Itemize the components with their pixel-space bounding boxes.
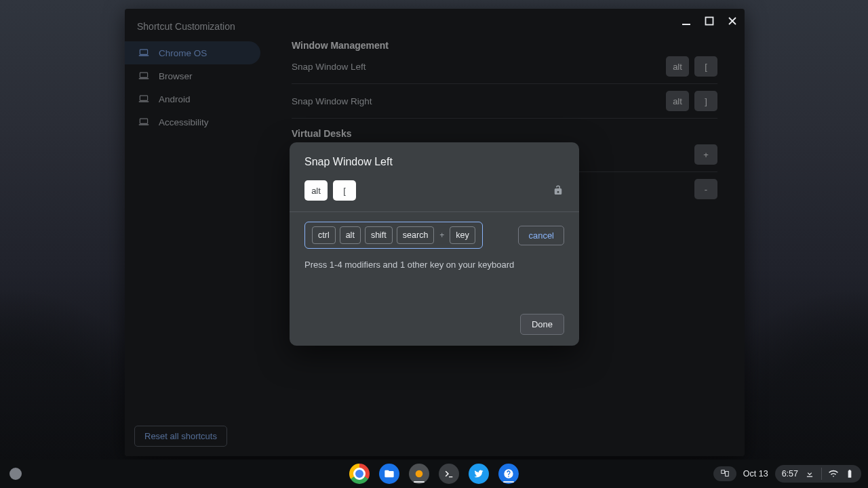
key-cap: search bbox=[397, 226, 435, 244]
sidebar-item-label: Accessibility bbox=[159, 117, 209, 127]
window-minimize-button[interactable] bbox=[678, 13, 694, 29]
tray-date: Oct 13 bbox=[743, 469, 768, 479]
done-button[interactable]: Done bbox=[520, 314, 564, 335]
laptop-icon bbox=[138, 72, 149, 80]
window-maximize-button[interactable] bbox=[701, 13, 717, 29]
tray-status-area[interactable]: 6:57 bbox=[775, 465, 861, 483]
shortcut-row[interactable]: Snap Window Left alt [ bbox=[292, 51, 717, 82]
shelf-pinned-apps bbox=[349, 464, 519, 484]
key-cap: alt bbox=[666, 91, 689, 111]
section-title-window-management: Window Management bbox=[292, 40, 717, 51]
key-cap: ctrl bbox=[312, 226, 336, 244]
sidebar: Chrome OS Browser Android Accessibility bbox=[125, 41, 264, 134]
svg-rect-2 bbox=[140, 49, 147, 54]
key-cap: [ bbox=[694, 56, 717, 77]
dialog-divider bbox=[290, 211, 579, 212]
divider bbox=[292, 83, 717, 84]
key-cap: alt bbox=[304, 180, 328, 201]
app-icon[interactable] bbox=[409, 464, 429, 484]
tray-time: 6:57 bbox=[782, 469, 798, 479]
divider bbox=[292, 118, 717, 119]
shortcut-keys: alt ] bbox=[666, 91, 717, 111]
svg-rect-3 bbox=[139, 55, 149, 56]
laptop-icon bbox=[138, 118, 149, 126]
reset-all-shortcuts-button[interactable]: Reset all shortcuts bbox=[134, 426, 227, 447]
shortcut-row[interactable]: Snap Window Right alt ] bbox=[292, 85, 717, 117]
svg-rect-12 bbox=[725, 472, 728, 476]
separator bbox=[821, 468, 822, 480]
sidebar-item-android[interactable]: Android bbox=[125, 87, 264, 110]
shortcut-label: Snap Window Left bbox=[292, 62, 366, 72]
key-cap: - bbox=[694, 179, 717, 199]
sidebar-item-chrome-os[interactable]: Chrome OS bbox=[125, 41, 260, 64]
terminal-icon[interactable] bbox=[439, 464, 459, 484]
chrome-icon[interactable] bbox=[349, 464, 370, 484]
svg-rect-0 bbox=[682, 24, 690, 25]
cancel-button[interactable]: cancel bbox=[518, 226, 564, 245]
key-cap: alt bbox=[340, 226, 361, 244]
key-cap: + bbox=[694, 144, 717, 165]
sidebar-item-browser[interactable]: Browser bbox=[125, 64, 264, 87]
svg-rect-6 bbox=[140, 96, 147, 100]
help-icon[interactable] bbox=[498, 464, 519, 484]
key-cap: [ bbox=[333, 180, 356, 201]
laptop-icon bbox=[138, 95, 149, 103]
key-cap: alt bbox=[666, 56, 689, 77]
shortcut-capture-input[interactable]: ctrl alt shift search + key bbox=[304, 222, 483, 249]
shortcut-keys: alt [ bbox=[666, 56, 717, 77]
laptop-icon bbox=[138, 49, 149, 57]
app-title: Shortcut Customization bbox=[137, 21, 235, 32]
svg-rect-8 bbox=[140, 119, 147, 123]
wifi-icon bbox=[829, 469, 838, 479]
window-close-button[interactable] bbox=[724, 13, 741, 29]
svg-rect-9 bbox=[139, 124, 149, 125]
svg-rect-11 bbox=[722, 470, 725, 474]
tray-overview-button[interactable] bbox=[713, 466, 736, 481]
svg-rect-4 bbox=[140, 73, 147, 77]
sidebar-item-label: Chrome OS bbox=[159, 48, 207, 58]
shortcut-keys: - bbox=[694, 179, 717, 199]
download-icon bbox=[805, 469, 814, 479]
system-tray[interactable]: Oct 13 6:57 bbox=[713, 465, 861, 483]
dialog-title: Snap Window Left bbox=[304, 156, 564, 168]
plus-separator: + bbox=[438, 230, 446, 240]
shortcut-label: Snap Window Right bbox=[292, 96, 372, 106]
capture-hint: Press 1-4 modifiers and 1 other key on y… bbox=[304, 260, 564, 270]
overview-icon bbox=[720, 469, 730, 479]
shelf: Oct 13 6:57 bbox=[0, 460, 868, 488]
lock-open-icon bbox=[552, 184, 564, 197]
sidebar-item-label: Android bbox=[159, 94, 191, 104]
sidebar-item-label: Browser bbox=[159, 71, 193, 81]
twitter-icon[interactable] bbox=[469, 464, 489, 484]
battery-icon bbox=[845, 469, 854, 479]
files-icon[interactable] bbox=[379, 464, 399, 484]
key-cap: shift bbox=[365, 226, 393, 244]
key-cap: ] bbox=[694, 91, 717, 111]
shortcut-keys: + bbox=[694, 144, 717, 165]
current-shortcut-keys: alt [ bbox=[304, 180, 356, 201]
key-cap: key bbox=[450, 226, 475, 244]
svg-rect-5 bbox=[139, 78, 149, 79]
edit-shortcut-dialog: Snap Window Left alt [ ctrl alt shift se… bbox=[290, 142, 579, 346]
svg-point-10 bbox=[416, 470, 423, 478]
svg-rect-7 bbox=[139, 101, 149, 102]
section-title-virtual-desks: Virtual Desks bbox=[292, 128, 717, 139]
svg-rect-1 bbox=[706, 18, 713, 25]
sidebar-item-accessibility[interactable]: Accessibility bbox=[125, 110, 264, 134]
launcher-button[interactable] bbox=[9, 468, 22, 480]
